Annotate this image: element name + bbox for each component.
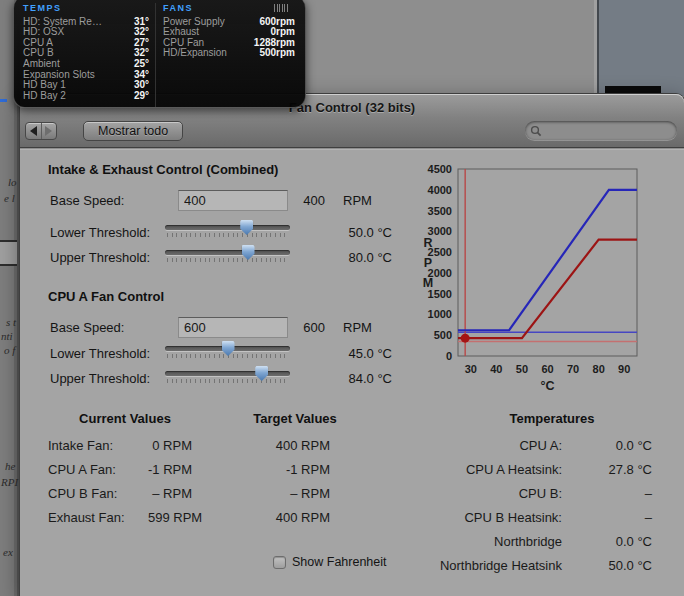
cpua-base-speed-current: 600 <box>265 320 325 335</box>
background-text-fragment: lo <box>8 176 17 188</box>
background-text-fragment: s t <box>6 316 16 328</box>
svg-text:P: P <box>424 256 432 270</box>
hud-fan-label: CPU Fan <box>163 38 204 48</box>
back-button[interactable] <box>26 123 41 139</box>
fan-target-value: -1 RPM <box>192 462 330 477</box>
temperature-value: – <box>562 486 652 501</box>
fan-label: Intake Fan: <box>48 438 148 453</box>
temperature-label: CPU B: <box>332 486 562 501</box>
background-text-fragment: RPI <box>1 476 18 488</box>
svg-text:70: 70 <box>567 363 579 375</box>
hud-fan-value: 1288rpm <box>254 38 295 48</box>
svg-text:4500: 4500 <box>428 163 452 175</box>
fan-label: CPU B Fan: <box>48 486 148 501</box>
hud-temp-value: 30° <box>134 80 149 90</box>
svg-text:4000: 4000 <box>428 184 452 196</box>
temperature-row: CPU A Heatsink: 27.8 °C <box>332 457 652 481</box>
temperature-row: CPU B: – <box>332 481 652 505</box>
background-box <box>0 240 17 266</box>
hud-temp-row: CPU B 32° <box>23 48 149 58</box>
slider-track[interactable] <box>165 371 290 376</box>
temperature-label: CPU B Heatsink: <box>332 510 562 525</box>
intake-base-speed-current: 400 <box>265 193 325 208</box>
cpua-base-speed-label: Base Speed: <box>50 320 124 335</box>
cpua-upper-threshold-label: Upper Threshold: <box>50 371 150 386</box>
svg-text:90: 90 <box>618 363 630 375</box>
cpua-base-speed-unit: RPM <box>343 320 372 335</box>
fan-target-value: 400 RPM <box>192 510 330 525</box>
cpua-upper-threshold-slider[interactable] <box>165 369 290 385</box>
temperature-label: CPU A: <box>332 438 562 453</box>
svg-text:1000: 1000 <box>428 308 452 320</box>
intake-section-heading: Intake & Exhaust Control (Combined) <box>48 162 278 177</box>
hud-temp-row: Expansion Slots 34° <box>23 70 149 80</box>
intake-lower-threshold-label: Lower Threshold: <box>50 225 150 240</box>
slider-track[interactable] <box>165 225 290 230</box>
hud-temp-row: HD Bay 2 29° <box>23 91 149 101</box>
slider-ticks <box>167 233 288 237</box>
fan-values-row: CPU A Fan: -1 RPM -1 RPM <box>48 457 330 481</box>
fan-current-value: – RPM <box>148 486 192 501</box>
hud-fan-label: Exhaust <box>163 27 199 37</box>
svg-text:50: 50 <box>516 363 528 375</box>
hud-temp-label: HD: OSX <box>23 27 64 37</box>
search-icon <box>530 125 542 137</box>
forward-button[interactable] <box>41 123 57 139</box>
temperature-row: CPU B Heatsink: – <box>332 505 652 529</box>
hud-temp-label: HD: System Re… <box>23 17 102 27</box>
current-values-header: Current Values <box>68 411 182 426</box>
search-input[interactable] <box>545 125 665 137</box>
hud-temp-value: 29° <box>134 91 149 101</box>
target-values-header: Target Values <box>238 411 352 426</box>
cpua-upper-threshold-value: 84.0 °C <box>320 371 392 386</box>
hud-temp-value: 32° <box>134 48 149 58</box>
fan-label: CPU A Fan: <box>48 462 148 477</box>
hud-temp-label: CPU B <box>23 48 54 58</box>
hud-temp-label: Ambient <box>23 59 60 69</box>
show-all-button[interactable]: Mostrar todo <box>83 121 183 141</box>
background-text-fragment: he <box>5 460 15 472</box>
intake-base-speed-label: Base Speed: <box>50 193 124 208</box>
hud-fan-row: CPU Fan 1288rpm <box>163 38 295 48</box>
show-fahrenheit-row: Show Fahrenheit <box>273 555 387 569</box>
istat-hud-panel[interactable]: TEMPS HD: System Re… 31° HD: OSX 32° CPU… <box>13 0 306 108</box>
hud-temp-value: 34° <box>134 70 149 80</box>
search-field[interactable] <box>525 121 677 140</box>
svg-text:R: R <box>423 236 432 250</box>
pane-content: Intake & Exhaust Control (Combined) Base… <box>20 149 684 596</box>
show-fahrenheit-checkbox[interactable] <box>273 556 286 569</box>
svg-text:30: 30 <box>465 363 477 375</box>
hud-fan-row: HD/Expansion 500rpm <box>163 48 295 58</box>
hud-fan-row: Exhaust 0rpm <box>163 27 295 37</box>
hud-temp-label: HD Bay 1 <box>23 80 66 90</box>
hud-temp-label: HD Bay 2 <box>23 91 66 101</box>
fan-current-value: -1 RPM <box>148 462 192 477</box>
forward-icon <box>45 126 52 136</box>
background-blue-mark <box>0 99 7 102</box>
hud-temp-value: 32° <box>134 27 149 37</box>
svg-text:3500: 3500 <box>428 205 452 217</box>
back-icon <box>30 126 37 136</box>
intake-lower-threshold-slider[interactable] <box>165 223 290 239</box>
hud-temp-row: HD: System Re… 31° <box>23 17 149 27</box>
svg-text:80: 80 <box>593 363 605 375</box>
background-text-fragment: ex <box>3 546 13 558</box>
hud-grip-icon[interactable] <box>274 4 288 12</box>
hud-fan-label: HD/Expansion <box>163 48 227 58</box>
intake-upper-threshold-slider[interactable] <box>165 248 290 264</box>
slider-track[interactable] <box>165 250 290 255</box>
intake-lower-threshold-value: 50.0 °C <box>320 225 392 240</box>
temperature-value: 50.0 °C <box>562 558 652 573</box>
cpua-lower-threshold-slider[interactable] <box>165 344 290 360</box>
fan-target-value: 400 RPM <box>192 438 330 453</box>
temperature-row: CPU A: 0.0 °C <box>332 433 652 457</box>
background-text-fragment: e l <box>4 192 15 204</box>
hud-temp-label: Expansion Slots <box>23 70 95 80</box>
cpua-lower-threshold-value: 45.0 °C <box>320 346 392 361</box>
cpua-section-heading: CPU A Fan Control <box>48 289 164 304</box>
fan-current-value: 0 RPM <box>148 438 192 453</box>
hud-temp-value: 31° <box>134 17 149 27</box>
background-window-corner <box>594 0 684 96</box>
hud-fan-label: Power Supply <box>163 17 225 27</box>
temperature-label: CPU A Heatsink: <box>332 462 562 477</box>
